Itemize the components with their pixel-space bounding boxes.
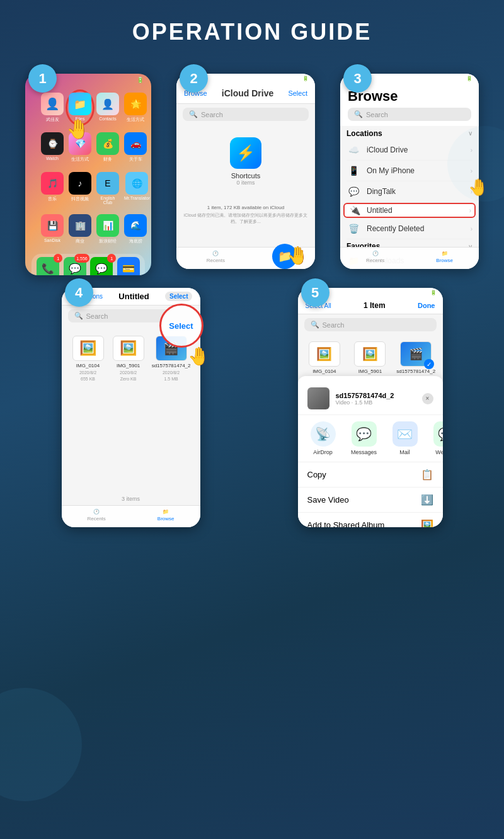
dock-wechat[interactable]: 💬 1 [90,257,113,275]
share-apps-row: 📡 AirDrop 💬 Messages ✉️ Mail 💬 WeChat [298,415,443,462]
step-3-phone: 📶 4G 🔋 Browse 🔍 Search Locations ∨ ☁️ i [340,74,479,269]
app-icon[interactable]: E English Club [96,172,119,205]
item-count-display: 1 Item [364,301,386,310]
app-icon[interactable]: 👤 武佳友 [41,93,64,123]
share-file-details: sd1575781474d_2 Video · 1.5 MB [336,392,416,406]
mail-icon: ✉️ [392,421,418,447]
shortcuts-folder-icon: ⚡ [230,137,261,169]
iphone-icon: 📱 [346,164,360,178]
step-4-badge: 4 [65,278,93,307]
icloud-footer: 1 item, 172 KB available on iCloud iClou… [176,205,315,225]
step3-recents-tab[interactable]: 🕐 Recents [366,251,384,266]
step5-file-icon-1: 🖼️ [309,341,340,367]
step4-select-button[interactable]: Select [165,292,192,301]
app-icon[interactable]: 👤 Contacts [96,93,119,123]
done-button[interactable]: Done [418,302,435,309]
file-item-2[interactable]: 🖼️ IMG_5901 2020/8/2 Zero KB [112,336,146,381]
step-2-badge: 2 [180,64,208,93]
dingtalk-item[interactable]: 💬 DingTalk › [346,181,472,202]
step5-file-icon-3: 🎬 ✓ [400,341,432,367]
app-icon[interactable]: 🚗 关于车 [124,132,147,163]
search-bar[interactable]: 🔍 Search [183,108,309,121]
step-5-phone: 📶 4G 🔋 Select All 1 Item Done 🔍 Search 🖼… [298,288,443,527]
trash-icon: 🗑️ [346,222,360,236]
icloud-icon: ☁️ [346,143,360,157]
app-icon[interactable]: 🎵 音乐 [41,172,64,205]
dock-phone[interactable]: 📞 1 [37,257,59,275]
step-3-container: 3 📶 4G 🔋 Browse 🔍 Search Locations ∨ [340,74,479,275]
messages-share[interactable]: 💬 Messages [348,421,380,455]
copy-icon: 📋 [421,469,433,481]
step-4-container: 4 ◀ Locations Untitled Select 🔍 Search 🖼… [62,288,200,527]
share-sheet: sd1575781474d_2 Video · 1.5 MB × 📡 AirDr… [298,376,443,527]
app-icon[interactable]: 🏢 商业 [69,214,91,244]
step4-tab-bar: 🕐 Recents 📁 Browse [62,505,200,527]
messages-icon: 💬 [352,421,377,447]
dingtalk-icon: 💬 [346,185,360,198]
recently-deleted-item[interactable]: 🗑️ Recently Deleted › [346,219,472,239]
share-close-button[interactable]: × [422,393,433,404]
app-icon[interactable]: 🌊 海底捞 [124,214,147,244]
usb-icon: 🔌 [348,205,362,215]
airdrop-share[interactable]: 📡 AirDrop [307,421,339,455]
wechat-icon: 💬 [433,421,443,447]
app-icon[interactable]: 💰 财务 [96,132,119,163]
file-item-1[interactable]: 🖼️ IMG_0104 2020/8/2 655 KB [71,336,105,381]
step-2-phone: 📶 4G 🔋 Browse iCloud Drive Select 🔍 Sear… [176,74,315,269]
untitled-label: Untitled [367,206,464,215]
icloud-drive-title: iCloud Drive [222,88,273,98]
file-icon-1: 🖼️ [72,336,104,361]
step4-title: Untitled [118,292,149,301]
locations-section-title: Locations [346,129,382,138]
airdrop-icon: 📡 [311,421,336,447]
add-album-icon: 🖼️ [421,519,433,527]
step5-file-icon-2: 🖼️ [354,341,386,367]
icloud-content: ⚡ Shortcuts 0 items [176,125,315,198]
step-1-container: 1 📶 4G 🔋 👤 武佳友 📁 Files [25,74,151,275]
shortcuts-folder-count: 0 items [236,180,255,186]
share-file-info: sd1575781474d_2 Video · 1.5 MB × [298,382,443,415]
step5-search[interactable]: 🔍 Search [304,318,437,331]
step3-tab-bar: 🕐 Recents 📁 Browse [340,247,479,269]
save-video-icon: ⬇️ [421,494,433,506]
step4-browse-tab[interactable]: 📁 Browse [158,509,175,524]
icloud-drive-item[interactable]: ☁️ iCloud Drive › [346,140,472,161]
page-title: OPERATION GUIDE [0,0,504,58]
select-button[interactable]: Select [288,89,307,97]
add-shared-album-action[interactable]: Add to Shared Album 🖼️ [298,512,443,527]
app-icon[interactable]: 🌟 生活方式 [124,93,147,123]
step-3-badge: 3 [343,64,372,93]
browse-title: Browse [348,88,471,105]
select-label-circle: Select [169,321,193,331]
dock-messages[interactable]: 💬 1,556 [64,257,86,275]
app-icon[interactable]: ♪ 抖音视频 [69,172,91,205]
share-file-thumbnail [307,387,329,409]
file-icon-2: 🖼️ [113,336,144,361]
browse-search[interactable]: 🔍 Search [348,108,471,121]
step-1-phone: 📶 4G 🔋 👤 武佳友 📁 Files 👤 [25,74,151,275]
step-1-badge: 1 [28,64,57,93]
shortcuts-folder-label: Shortcuts [231,172,260,180]
step-5-container: 5 📶 4G 🔋 Select All 1 Item Done 🔍 Search… [298,288,443,527]
recents-tab[interactable]: 🕐 Recents [207,251,225,266]
app-icon[interactable]: ⌚ Watch [41,132,64,163]
step-5-badge: 5 [301,278,329,307]
step3-browse-tab[interactable]: 📁 Browse [436,251,453,266]
deco-circle-1 [0,688,82,801]
copy-action[interactable]: Copy 📋 [298,462,443,487]
wechat-share[interactable]: 💬 WeChat [430,421,443,455]
app-icon[interactable]: 📊 新浪财经 [96,214,119,244]
dock-alipay[interactable]: 💳 [117,257,140,275]
items-count: 3 items [62,496,200,502]
mail-share[interactable]: ✉️ Mail [389,421,421,455]
untitled-item[interactable]: 🔌 Untitled › [343,203,476,218]
on-my-iphone-item[interactable]: 📱 On My iPhone › [346,161,472,181]
step4-recents-tab[interactable]: 🕐 Recents [87,509,105,524]
step-2-container: 2 📶 4G 🔋 Browse iCloud Drive Select 🔍 Se… [176,74,315,275]
save-video-action[interactable]: Save Video ⬇️ [298,487,443,512]
app-icon[interactable]: 🌐 Mr.Translator [124,172,150,205]
app-icon[interactable]: 💾 SanDisk [41,214,64,244]
